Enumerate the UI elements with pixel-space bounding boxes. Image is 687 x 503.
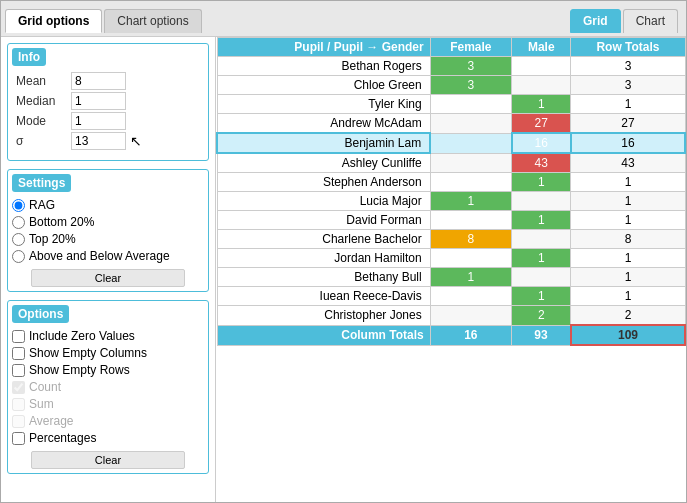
setting-above-below-radio[interactable]	[12, 250, 25, 263]
option-percentages[interactable]: Percentages	[12, 431, 204, 445]
cell-female: 1	[430, 268, 511, 287]
option-percentages-label: Percentages	[29, 431, 96, 445]
setting-bottom20[interactable]: Bottom 20%	[12, 215, 204, 229]
options-clear-button[interactable]: Clear	[31, 451, 185, 469]
cell-total: 8	[571, 230, 685, 249]
cell-name: Ashley Cunliffe	[217, 153, 430, 173]
cell-male	[512, 230, 571, 249]
table-header-row: Pupil / Pupil → Gender Female Male Row T…	[217, 38, 685, 57]
cell-total: 1	[571, 249, 685, 268]
option-show-empty-cols-check[interactable]	[12, 347, 25, 360]
mode-input[interactable]	[71, 112, 126, 130]
table-row: Chloe Green33	[217, 76, 685, 95]
setting-rag[interactable]: RAG	[12, 198, 204, 212]
tab-grid[interactable]: Grid	[570, 9, 621, 33]
cell-name: Charlene Bachelor	[217, 230, 430, 249]
option-average[interactable]: Average	[12, 414, 204, 428]
setting-bottom20-radio[interactable]	[12, 216, 25, 229]
cell-male: 16	[512, 133, 571, 153]
settings-clear-button[interactable]: Clear	[31, 269, 185, 287]
table-row: Tyler King11	[217, 95, 685, 114]
setting-above-below-label: Above and Below Average	[29, 249, 170, 263]
median-input[interactable]	[71, 92, 126, 110]
median-label: Median	[14, 92, 69, 110]
info-section: Info Mean Median Mode	[7, 43, 209, 161]
mean-label: Mean	[14, 72, 69, 90]
option-sum-label: Sum	[29, 397, 54, 411]
sigma-label: σ	[14, 132, 69, 150]
cell-totals-total: 109	[571, 325, 685, 345]
cell-female: 1	[430, 192, 511, 211]
option-sum[interactable]: Sum	[12, 397, 204, 411]
cell-female	[430, 133, 511, 153]
cell-male: 1	[512, 287, 571, 306]
cell-name: Bethan Rogers	[217, 57, 430, 76]
info-median-row: Median	[14, 92, 202, 110]
option-show-empty-rows[interactable]: Show Empty Rows	[12, 363, 204, 377]
table-row: Bethany Bull11	[217, 268, 685, 287]
option-show-empty-rows-label: Show Empty Rows	[29, 363, 130, 377]
cell-female	[430, 153, 511, 173]
cell-male	[512, 268, 571, 287]
main-area: Info Mean Median Mode	[1, 37, 686, 502]
cell-total: 1	[571, 192, 685, 211]
cell-totals-male: 93	[512, 325, 571, 345]
mean-input[interactable]	[71, 72, 126, 90]
cell-totals-female: 16	[430, 325, 511, 345]
info-mean-row: Mean	[14, 72, 202, 90]
setting-top20-radio[interactable]	[12, 233, 25, 246]
table-row: Christopher Jones22	[217, 306, 685, 326]
cell-total: 3	[571, 57, 685, 76]
cell-name: Tyler King	[217, 95, 430, 114]
cell-male: 1	[512, 249, 571, 268]
option-include-zero[interactable]: Include Zero Values	[12, 329, 204, 343]
table-row: Bethan Rogers33	[217, 57, 685, 76]
setting-top20[interactable]: Top 20%	[12, 232, 204, 246]
col-header-male: Male	[512, 38, 571, 57]
option-count[interactable]: Count	[12, 380, 204, 394]
table-row: Charlene Bachelor88	[217, 230, 685, 249]
left-tabs: Grid options Chart options	[5, 9, 568, 33]
table-row: David Forman11	[217, 211, 685, 230]
cell-name: Lucia Major	[217, 192, 430, 211]
option-average-check	[12, 415, 25, 428]
option-show-empty-rows-check[interactable]	[12, 364, 25, 377]
cell-male	[512, 192, 571, 211]
info-header: Info	[12, 48, 46, 66]
setting-above-below[interactable]: Above and Below Average	[12, 249, 204, 263]
option-include-zero-check[interactable]	[12, 330, 25, 343]
cell-total: 1	[571, 173, 685, 192]
cell-name: Bethany Bull	[217, 268, 430, 287]
cell-name: Iuean Reece-Davis	[217, 287, 430, 306]
cell-female	[430, 287, 511, 306]
cell-total: 1	[571, 211, 685, 230]
cell-name: Stephen Anderson	[217, 173, 430, 192]
setting-rag-radio[interactable]	[12, 199, 25, 212]
tab-grid-options[interactable]: Grid options	[5, 9, 102, 33]
cell-male: 1	[512, 95, 571, 114]
info-table: Mean Median Mode σ	[12, 70, 204, 152]
table-row: Ashley Cunliffe4343	[217, 153, 685, 173]
sigma-input[interactable]	[71, 132, 126, 150]
option-percentages-check[interactable]	[12, 432, 25, 445]
cell-name: Andrew McAdam	[217, 114, 430, 134]
cell-total: 1	[571, 287, 685, 306]
cell-male: 1	[512, 173, 571, 192]
settings-radio-group: RAG Bottom 20% Top 20% Above and Be	[12, 196, 204, 265]
col-header-female: Female	[430, 38, 511, 57]
cell-total: 2	[571, 306, 685, 326]
left-panel: Info Mean Median Mode	[1, 37, 216, 502]
option-show-empty-cols[interactable]: Show Empty Columns	[12, 346, 204, 360]
tab-chart[interactable]: Chart	[623, 9, 678, 33]
table-row: Iuean Reece-Davis11	[217, 287, 685, 306]
setting-top20-label: Top 20%	[29, 232, 76, 246]
cell-male	[512, 57, 571, 76]
tab-chart-options[interactable]: Chart options	[104, 9, 201, 33]
cell-total: 43	[571, 153, 685, 173]
cell-female	[430, 306, 511, 326]
cell-name: Chloe Green	[217, 76, 430, 95]
cell-female: 3	[430, 57, 511, 76]
cell-female	[430, 211, 511, 230]
setting-bottom20-label: Bottom 20%	[29, 215, 94, 229]
data-table: Pupil / Pupil → Gender Female Male Row T…	[216, 37, 686, 346]
